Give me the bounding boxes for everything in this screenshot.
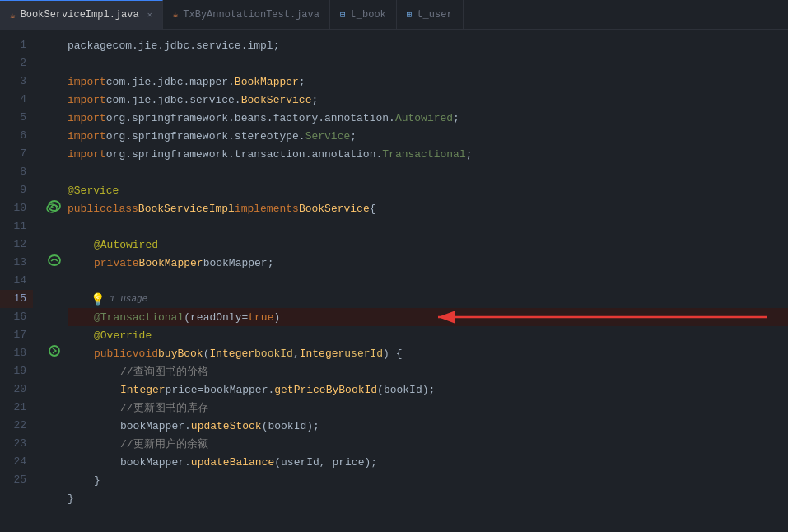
java-icon-2: ☕: [173, 9, 179, 20]
tab-tx-annotation-test[interactable]: ☕ TxByAnnotationTest.java: [163, 0, 330, 30]
line-num-3: 3: [0, 72, 33, 91]
code-line-17: public void buyBook ( Integer bookId , I…: [68, 344, 788, 362]
tab-label-t-user: t_user: [417, 9, 452, 21]
table-icon-user: ⊞: [407, 9, 413, 20]
tab-bar: ☕ BookServiceImpl.java ✕ ☕ TxByAnnotatio…: [0, 0, 788, 30]
table-icon-book: ⊞: [340, 9, 346, 20]
line-num-19: 19: [0, 362, 33, 380]
code-line-8: [68, 163, 788, 181]
code-line-1: package com.jie.jdbc.service.impl;: [68, 36, 788, 54]
line-num-15: 15: [0, 290, 33, 308]
line-num-22: 22: [0, 417, 33, 435]
code-line-25: }: [68, 489, 788, 507]
line-num-17: 17: [0, 326, 33, 344]
code-line-5: import org.springframework.beans.factory…: [68, 109, 788, 127]
code-line-15: @Transactional(readOnly = true): [68, 308, 788, 326]
gutter: [43, 30, 61, 532]
code-line-23: bookMapper. updateBalance (userId, price…: [68, 453, 788, 471]
line-num-11: 11: [0, 217, 33, 236]
line-num-23: 23: [0, 435, 33, 453]
line-num-10: 10: [0, 199, 33, 217]
tab-book-service-impl[interactable]: ☕ BookServiceImpl.java ✕: [0, 0, 163, 30]
line-num-24: 24: [0, 453, 33, 471]
code-line-16: @Override: [68, 326, 788, 344]
tab-label-t-book: t_book: [351, 9, 386, 21]
code-line-9: @Service: [68, 181, 788, 199]
arrow-svg: [430, 308, 776, 326]
line-num-1: 1: [0, 36, 33, 54]
line-num-14: 14: [0, 272, 33, 290]
gutter-icon-line10[interactable]: [43, 199, 61, 217]
bulb-icon: 💡: [91, 292, 105, 306]
line-num-9: 9: [0, 181, 33, 199]
line-num-20: 20: [0, 380, 33, 399]
tab-t-user[interactable]: ⊞ t_user: [397, 0, 464, 30]
spring-bean-icon-line10: [46, 203, 58, 214]
line-num-16: 16: [0, 308, 33, 326]
red-arrow: [430, 308, 776, 326]
line-numbers: 1 2 3 4 5 6 7 8 9 10 11 12 13 14 15 16 1…: [0, 30, 43, 532]
usage-hint-line: 💡 1 usage: [68, 290, 788, 308]
code-line-20: //更新图书的库存: [68, 399, 788, 417]
code-line-13: private BookMapper bookMapper;: [68, 254, 788, 272]
code-line-24: }: [68, 471, 788, 489]
line-num-13: 13: [0, 254, 33, 272]
line-num-2: 2: [0, 54, 33, 72]
code-line-7: import org.springframework.transaction.a…: [68, 145, 788, 163]
line-num-25: 25: [0, 471, 33, 489]
svg-point-0: [47, 204, 57, 212]
code-line-4: import com.jie.jdbc.service.BookService;: [68, 91, 788, 109]
tab-t-book[interactable]: ⊞ t_book: [330, 0, 397, 30]
code-line-6: import org.springframework.stereotype.Se…: [68, 127, 788, 145]
tab-close-button[interactable]: ✕: [147, 10, 152, 20]
code-line-14: [68, 272, 788, 290]
code-line-18: //查询图书的价格: [68, 362, 788, 380]
tab-label-tx-test: TxByAnnotationTest.java: [183, 9, 319, 21]
code-line-2: [68, 54, 788, 72]
usage-text: 1 usage: [110, 294, 147, 304]
code-line-3: import com.jie.jdbc.mapper.BookMapper;: [68, 72, 788, 91]
line-num-21: 21: [0, 399, 33, 417]
line-num-12: 12: [0, 236, 33, 254]
code-line-21: bookMapper. updateStock (bookId);: [68, 417, 788, 435]
line-num-18: 18: [0, 344, 33, 362]
line-num-8: 8: [0, 163, 33, 181]
code-editor[interactable]: package com.jie.jdbc.service.impl; impor…: [61, 30, 788, 532]
code-line-12: @Autowired: [68, 236, 788, 254]
code-area: 1 2 3 4 5 6 7 8 9 10 11 12 13 14 15 16 1…: [0, 30, 788, 532]
code-line-10: public class BookServiceImpl implements …: [68, 199, 788, 217]
code-line-22: //更新用户的余额: [68, 435, 788, 453]
line-num-5: 5: [0, 109, 33, 127]
line-num-7: 7: [0, 145, 33, 163]
code-line-19: Integer price = bookMapper. getPriceByBo…: [68, 380, 788, 399]
line-num-4: 4: [0, 91, 33, 109]
tab-label-book-service: BookServiceImpl.java: [21, 9, 139, 21]
line-num-6: 6: [0, 127, 33, 145]
java-icon: ☕: [10, 10, 16, 21]
code-line-11: [68, 217, 788, 236]
